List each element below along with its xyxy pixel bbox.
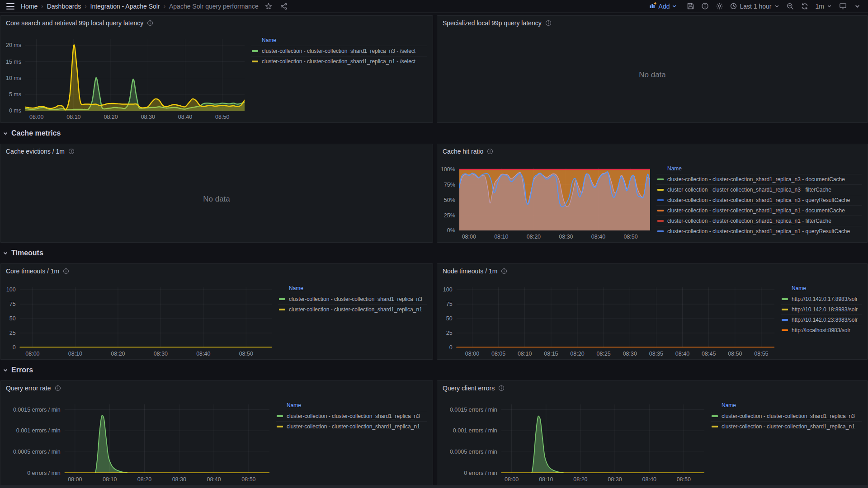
share-icon[interactable] — [278, 1, 289, 12]
section-errors[interactable]: Errors — [3, 363, 868, 377]
query-error-rate-chart[interactable]: 0 errors / min0.0005 errors / min0.001 e… — [4, 400, 273, 484]
legend-item[interactable]: cluster-collection - cluster-collection_… — [276, 421, 427, 432]
breadcrumb-folder[interactable]: Integration - Apache Solr — [90, 3, 160, 10]
series-color-swatch — [277, 426, 283, 427]
svg-text:0.001 errors / min: 0.001 errors / min — [16, 427, 61, 434]
legend-item[interactable]: cluster-collection - cluster-collection_… — [656, 174, 862, 184]
section-timeouts[interactable]: Timeouts — [3, 246, 868, 260]
legend: Name cluster-collection - cluster-collec… — [708, 394, 864, 484]
svg-text:08:30: 08:30 — [608, 476, 622, 483]
top-navbar: Home › Dashboards › Integration - Apache… — [0, 0, 868, 13]
svg-text:25%: 25% — [444, 212, 455, 219]
legend-item[interactable]: cluster-collection - cluster-collection_… — [251, 56, 427, 66]
panel-title[interactable]: Core timeouts / 1m — [6, 267, 59, 275]
query-client-errors-chart[interactable]: 0 errors / min0.0005 errors / min0.001 e… — [441, 400, 708, 484]
series-color-swatch — [657, 220, 664, 222]
legend-header[interactable]: Name — [656, 164, 862, 174]
svg-text:75: 75 — [446, 301, 453, 307]
legend-item[interactable]: cluster-collection - cluster-collection_… — [656, 216, 862, 226]
series-color-swatch — [657, 199, 664, 201]
svg-text:08:10: 08:10 — [66, 114, 80, 120]
breadcrumb-home[interactable]: Home — [21, 3, 38, 10]
svg-text:08:45: 08:45 — [702, 351, 716, 357]
panel-info-icon[interactable] — [498, 385, 505, 391]
cache-hit-ratio-chart[interactable]: 0%25%50%75%100%08:0008:1008:2008:3008:40… — [441, 163, 654, 241]
breadcrumb-dashboards[interactable]: Dashboards — [47, 3, 81, 10]
legend-item[interactable]: cluster-collection - cluster-collection_… — [276, 411, 427, 421]
legend-item[interactable]: cluster-collection - cluster-collection_… — [711, 421, 862, 432]
chevron-down-icon — [3, 131, 8, 136]
breadcrumb-separator: › — [164, 3, 165, 9]
dashboard-insights-icon[interactable] — [699, 1, 710, 12]
legend-item[interactable]: cluster-collection - cluster-collection_… — [656, 226, 862, 236]
svg-text:0%: 0% — [447, 227, 455, 234]
svg-text:08:10: 08:10 — [518, 351, 532, 357]
no-data-message: No data — [0, 156, 433, 242]
svg-text:100: 100 — [443, 286, 453, 293]
legend-header[interactable]: Name — [711, 401, 862, 411]
add-button[interactable]: Add — [649, 2, 677, 10]
svg-text:08:50: 08:50 — [241, 476, 255, 483]
svg-text:08:50: 08:50 — [728, 351, 742, 357]
legend-item[interactable]: cluster-collection - cluster-collection_… — [278, 294, 427, 304]
legend-item[interactable]: cluster-collection - cluster-collection_… — [278, 304, 427, 314]
svg-text:75%: 75% — [444, 182, 455, 188]
panel-info-icon[interactable] — [68, 148, 75, 155]
node-timeouts-chart[interactable]: 025507510008:0008:0508:1008:1508:2008:25… — [441, 283, 778, 358]
svg-text:50: 50 — [9, 315, 16, 322]
legend-header[interactable]: Name — [781, 284, 862, 294]
collapse-navbar-chevron-icon[interactable] — [852, 1, 863, 12]
legend-header[interactable]: Name — [276, 401, 427, 411]
legend-item[interactable]: http://10.142.0.23:8983/solr — [781, 314, 862, 325]
svg-text:75: 75 — [9, 301, 16, 307]
svg-text:08:00: 08:00 — [505, 476, 519, 483]
clock-icon — [730, 3, 737, 9]
legend-item[interactable]: cluster-collection - cluster-collection_… — [656, 184, 862, 195]
legend-item[interactable]: cluster-collection - cluster-collection_… — [711, 411, 862, 421]
panel-title[interactable]: Core search and retrieval 99p local quer… — [6, 19, 143, 27]
legend-item[interactable]: http://localhost:8983/solr — [781, 325, 862, 335]
svg-text:08:50: 08:50 — [239, 351, 253, 357]
panel-title[interactable]: Node timeouts / 1m — [443, 267, 497, 275]
legend-item[interactable]: cluster-collection - cluster-collection_… — [656, 195, 862, 205]
legend-item[interactable]: http://10.142.0.17:8983/solr — [781, 294, 862, 304]
tv-mode-icon[interactable] — [837, 1, 848, 12]
section-cache-metrics[interactable]: Cache metrics — [3, 127, 868, 140]
menu-icon[interactable] — [5, 2, 16, 10]
panel-info-icon[interactable] — [501, 268, 507, 274]
panel-title[interactable]: Specialized local 99p query latency — [443, 19, 542, 27]
panel-title[interactable]: Query error rate — [6, 385, 51, 392]
panel-title[interactable]: Query client errors — [443, 385, 495, 392]
legend-header[interactable]: Name — [251, 36, 427, 46]
time-range-picker[interactable]: Last 1 hour — [730, 3, 779, 10]
save-dashboard-icon[interactable] — [685, 1, 696, 12]
svg-text:08:40: 08:40 — [642, 476, 656, 483]
refresh-interval-picker[interactable]: 1m — [816, 3, 832, 10]
svg-text:0: 0 — [13, 344, 16, 351]
core-timeouts-chart[interactable]: 025507510008:0008:1008:2008:3008:4008:50 — [4, 283, 275, 358]
panel-specialized-latency: Specialized local 99p query latency No d… — [437, 15, 868, 123]
panel-info-icon[interactable] — [487, 148, 493, 155]
bottom-scrollbar-track[interactable] — [0, 485, 868, 488]
legend-item[interactable]: cluster-collection - cluster-collection_… — [656, 205, 862, 216]
legend-item[interactable]: cluster-collection - cluster-collection_… — [251, 46, 427, 56]
panel-info-icon[interactable] — [55, 385, 61, 391]
refresh-icon[interactable] — [799, 1, 810, 12]
legend: Name cluster-collection - cluster-collec… — [275, 277, 429, 358]
dashboard-settings-icon[interactable] — [714, 1, 725, 12]
panel-cache-evictions: Cache evictions / 1m No data — [0, 144, 433, 243]
series-color-swatch — [252, 50, 258, 52]
legend-item[interactable]: http://10.142.0.18:8983/solr — [781, 304, 862, 314]
zoom-out-time-icon[interactable] — [785, 1, 796, 12]
panel-info-icon[interactable] — [147, 20, 153, 26]
panel-title[interactable]: Cache evictions / 1m — [6, 148, 65, 155]
star-icon[interactable] — [263, 1, 274, 12]
legend-header[interactable]: Name — [278, 284, 427, 294]
series-color-swatch — [712, 426, 718, 427]
core-latency-chart[interactable]: 0 ms5 ms10 ms15 ms20 ms08:0008:1008:2008… — [4, 35, 248, 122]
breadcrumb-current: Apache Solr query performance — [169, 3, 259, 10]
panel-info-icon[interactable] — [545, 20, 552, 26]
panel-title[interactable]: Cache hit ratio — [443, 148, 483, 155]
svg-text:50%: 50% — [444, 197, 455, 203]
panel-info-icon[interactable] — [63, 268, 69, 274]
